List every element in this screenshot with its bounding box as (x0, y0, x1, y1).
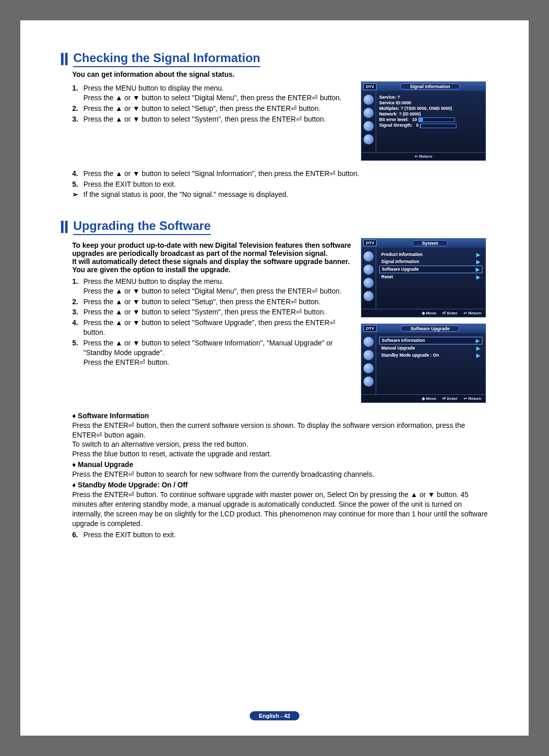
step-number: 2. (72, 297, 83, 307)
step-body: Press the ▲ or ▼ button to select "Setup… (83, 104, 353, 113)
menu-item-selected[interactable]: Software Upgrade▶ (379, 266, 482, 273)
menu-item[interactable]: Product Information▶ (379, 251, 482, 258)
osd-title: Software Upgrade (401, 326, 459, 332)
globe-icon (363, 291, 374, 301)
menu-item[interactable]: Manual Upgrade▶ (379, 345, 482, 352)
step-body: Press the ▲ or ▼ button to select "Signa… (83, 169, 488, 179)
osd-return-hint: ↩ Return (415, 154, 433, 159)
osd-line-biterror: Bit error level: 10 (379, 117, 482, 122)
menu-item-label: Software Upgrade (382, 267, 419, 272)
section1-intro: You can get information about the signal… (72, 70, 488, 78)
step-body: Press the MENU button to display the men… (83, 277, 353, 296)
osd-side-icons (361, 333, 376, 394)
osd-footer: ◆ Move ⏎ Enter ↩ Return (361, 394, 485, 402)
bullet-item: ♦ Manual Upgrade Press the ENTER⏎ button… (72, 460, 488, 479)
section2-title: Upgrading the Software (73, 219, 211, 235)
manual-page: Checking the Signal Information You can … (20, 20, 529, 736)
osd-return-hint: ↩ Return (464, 396, 481, 401)
osd-title: Signal Information (400, 83, 460, 90)
section2-steps: 1.Press the MENU button to display the m… (72, 277, 353, 367)
section1-screenshot: DTV Signal Information Service: ? Servic… (361, 81, 488, 167)
bit-error-label: Bit error level: (379, 117, 409, 122)
osd-line-serviceid: Service ID:0000 (379, 100, 482, 105)
bullet-title: Standby Mode Upgrade: On / Off (78, 481, 188, 489)
step-number: 2. (72, 104, 83, 113)
step-body: Press the ▲ or ▼ button to select "Syste… (83, 307, 353, 317)
bullet-title: Software Information (78, 412, 149, 420)
globe-icon (363, 134, 374, 144)
page-footer-badge: English - 42 (250, 711, 299, 720)
osd-side-icons (361, 91, 376, 152)
step-number: 4. (72, 169, 83, 179)
menu-item-label: Manual Upgrade (381, 345, 415, 351)
section2-bullets: ♦ Software Information Press the ENTER⏎ … (72, 411, 488, 529)
heading-bars-icon (61, 221, 69, 233)
note-text: If the signal status is poor, the "No si… (83, 190, 288, 198)
bullet-item: ♦ Software Information Press the ENTER⏎ … (72, 411, 488, 459)
step-number: 1. (72, 83, 83, 103)
osd-enter-hint: ⏎ Enter (442, 396, 458, 401)
section1-note: ➢ If the signal status is poor, the "No … (72, 190, 488, 198)
menu-item-label: Software Information (382, 338, 425, 343)
step-number: 6. (72, 530, 83, 540)
chevron-right-icon: ▶ (476, 267, 480, 272)
signal-strength-bar (420, 124, 456, 128)
section1-heading: Checking the Signal Information (61, 51, 488, 67)
step-body: Press the ▲ or ▼ button to select "Setup… (83, 297, 353, 307)
chevron-right-icon: ▶ (476, 345, 480, 351)
step-body: Press the EXIT button to exit. (83, 180, 488, 189)
gear-icon (363, 121, 374, 131)
osd-footer: ↩ Return (361, 152, 485, 160)
osd-enter-hint: ⏎ Enter (442, 311, 458, 315)
step-number: 5. (72, 180, 83, 189)
globe-icon (363, 251, 374, 261)
step-number: 4. (72, 318, 83, 337)
menu-item-label: Product Information (381, 252, 422, 257)
section1-title: Checking the Signal Information (73, 51, 260, 67)
osd-system: DTV System Product Information▶ Signal I… (361, 238, 486, 317)
step-body: Press the MENU button to display the men… (83, 83, 353, 103)
osd-line-signalstrength: Signal Strength: 0 (379, 123, 482, 128)
step-body: Press the ▲ or ▼ button to select "Softw… (83, 318, 353, 337)
menu-item[interactable]: Standby Mode upgrade : On▶ (379, 352, 482, 359)
menu-item-label: Reset (381, 274, 393, 279)
step-body: Press the EXIT button to exit. (83, 530, 488, 540)
osd-signal-information: DTV Signal Information Service: ? Servic… (361, 81, 486, 161)
heading-bars-icon (61, 53, 69, 65)
section1-columns: 1.Press the MENU button to display the m… (61, 81, 488, 167)
step-body: Press the ▲ or ▼ button to select "Softw… (83, 338, 353, 367)
signal-strength-value: 0 (416, 123, 419, 128)
section1-steps-cont: 4.Press the ▲ or ▼ button to select "Sig… (72, 169, 488, 189)
bit-error-value: 10 (412, 117, 417, 122)
osd-software-upgrade: DTV Software Upgrade Software Informatio… (361, 324, 486, 403)
section2-columns: To keep your product up-to-date with new… (61, 238, 488, 409)
osd-title: System (412, 240, 448, 246)
globe-icon (363, 108, 374, 118)
menu-item[interactable]: Signal Information▶ (379, 258, 482, 265)
menu-item[interactable]: Reset▶ (379, 274, 482, 280)
osd-dtv-badge: DTV (363, 240, 377, 246)
section2-text: To keep your product up-to-date with new… (72, 238, 353, 368)
menu-item-selected[interactable]: Software Information▶ (379, 337, 482, 344)
chevron-right-icon: ▶ (476, 252, 480, 257)
bullet-title: Manual Upgrade (78, 460, 133, 469)
note-arrow-icon: ➢ (72, 190, 83, 198)
osd-return-hint: ↩ Return (464, 311, 481, 315)
osd-move-hint: ◆ Move (422, 396, 437, 401)
bullet-body: Press the ENTER⏎ button. To continue sof… (72, 490, 487, 528)
step-number: 1. (72, 277, 83, 296)
menu-item-label: Standby Mode upgrade : On (381, 353, 439, 358)
chevron-right-icon: ▶ (476, 259, 480, 265)
bullet-body: Press the ENTER⏎ button, then the curren… (72, 421, 465, 458)
globe-icon (363, 265, 374, 275)
chevron-right-icon: ▶ (476, 353, 480, 358)
osd-line-service: Service: ? (379, 95, 482, 100)
bit-error-bar (418, 118, 455, 122)
osd-line-multiplex: Multiplex: ? (TSID 0000, ONID 0000) (379, 106, 482, 111)
gear-icon (363, 363, 374, 373)
menu-item-label: Signal Information (381, 259, 419, 264)
osd-side-icons (361, 248, 376, 309)
chevron-right-icon: ▶ (476, 338, 480, 343)
step-body: Press the ▲ or ▼ button to select "Syste… (83, 114, 353, 124)
osd-move-hint: ◆ Move (422, 311, 437, 315)
